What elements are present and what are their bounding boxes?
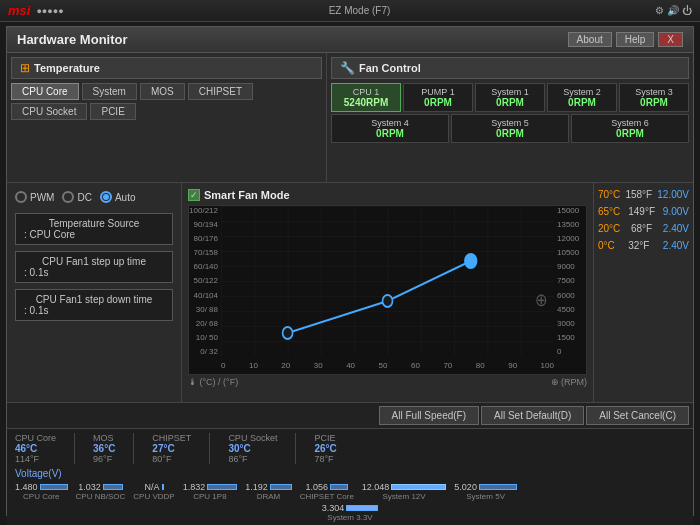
volt-cpu-nb-val: 1.032 — [78, 482, 101, 492]
volt-cpu-nb-name: CPU NB/SOC — [76, 492, 126, 501]
y-label-0: 100/212 — [189, 206, 218, 215]
smart-fan-checkbox[interactable]: ✓ — [188, 189, 200, 201]
sensor-cpu-core-name: CPU Core — [15, 433, 56, 443]
fan-cpu1[interactable]: CPU 1 5240RPM — [331, 83, 401, 112]
fan-grid-row2: System 4 0RPM System 5 0RPM System 6 0RP… — [331, 114, 689, 143]
volt-chipset-core-bar — [330, 484, 348, 490]
bottom-sensor-bar: CPU Core 46°C 114°F MOS 36°C 96°F CHIPSE… — [7, 429, 693, 525]
tab-pcie[interactable]: PCIE — [90, 103, 135, 120]
scale-temp-3: 0°C — [598, 240, 615, 251]
chart-inner[interactable]: ⊕ — [221, 206, 554, 356]
fan-curve-chart[interactable]: ⊕ — [221, 206, 554, 356]
top-section: ⊞ Temperature CPU Core System MOS CHIPSE… — [7, 53, 693, 183]
fan-control-label: Fan Control — [359, 62, 421, 74]
voltage-row: 1.480 CPU Core 1.032 CPU NB/SOC — [15, 482, 685, 501]
volt-cpu-vddp-bar — [162, 484, 164, 490]
sensor-row: CPU Core 46°C 114°F MOS 36°C 96°F CHIPSE… — [15, 433, 685, 464]
step-down-title: CPU Fan1 step down time — [24, 294, 164, 305]
radio-auto[interactable]: Auto — [100, 191, 136, 203]
sensor-cpu-core-c: 46°C — [15, 443, 56, 454]
fan-sys6-value: 0RPM — [576, 128, 684, 139]
top-bar-icons: ⚙ 🔊 ⏻ — [655, 5, 692, 16]
fan-sys4-value: 0RPM — [336, 128, 444, 139]
radio-auto-label: Auto — [115, 192, 136, 203]
y-label-5: 50/122 — [194, 276, 218, 285]
fan-control-panel: 🔧 Fan Control CPU 1 5240RPM PUMP 1 0RPM … — [327, 53, 693, 182]
fan-sys3[interactable]: System 3 0RPM — [619, 83, 689, 112]
fan-pump1[interactable]: PUMP 1 0RPM — [403, 83, 473, 112]
fan-sys5[interactable]: System 5 0RPM — [451, 114, 569, 143]
all-set-cancel-button[interactable]: All Set Cancel(C) — [586, 406, 689, 425]
radio-auto-circle — [100, 191, 112, 203]
x-label-6: 60 — [411, 361, 420, 370]
tab-system[interactable]: System — [82, 83, 137, 100]
left-controls: PWM DC Auto Temperature Source : CPU Cor… — [7, 183, 182, 402]
y-label-8: 20/ 68 — [196, 319, 218, 328]
volt-cpu-vddp-name: CPU VDDP — [133, 492, 174, 501]
radio-dc[interactable]: DC — [62, 191, 91, 203]
volt-sys33v-bar-container: 3.304 — [322, 503, 379, 513]
fan-sys2[interactable]: System 2 0RPM — [547, 83, 617, 112]
x-label-7: 70 — [443, 361, 452, 370]
sensor-mos: MOS 36°C 96°F — [93, 433, 115, 464]
fan-pump1-value: 0RPM — [408, 97, 468, 108]
sensor-chipset-name: CHIPSET — [152, 433, 191, 443]
fan-sys4[interactable]: System 4 0RPM — [331, 114, 449, 143]
y-right-9: 1500 — [557, 333, 575, 342]
right-scale: 70°C 158°F 12.00V 65°C 149°F 9.00V 20°C … — [593, 183, 693, 402]
sensor-mos-name: MOS — [93, 433, 115, 443]
tab-cpu-socket[interactable]: CPU Socket — [11, 103, 87, 120]
close-button[interactable]: X — [658, 32, 683, 47]
x-label-3: 30 — [314, 361, 323, 370]
volt-sys5v-bar — [479, 484, 517, 490]
fan-sys2-value: 0RPM — [552, 97, 612, 108]
tab-chipset[interactable]: CHIPSET — [188, 83, 253, 100]
scale-f-0: 158°F — [625, 189, 652, 200]
fan-sys3-name: System 3 — [624, 87, 684, 97]
step-up-title: CPU Fan1 step up time — [24, 256, 164, 267]
scale-v-2: 2.40V — [663, 223, 689, 234]
chart-point-1[interactable] — [283, 327, 293, 339]
chart-container: 100/212 90/194 80/176 70/158 60/140 50/1… — [188, 205, 587, 375]
top-bar: msi ●●●●● EZ Mode (F7) ⚙ 🔊 ⏻ — [0, 0, 700, 22]
y-label-2: 80/176 — [194, 234, 218, 243]
volt-cpu-core-name: CPU Core — [23, 492, 59, 501]
fan-sys5-value: 0RPM — [456, 128, 564, 139]
fan-sys3-value: 0RPM — [624, 97, 684, 108]
volt-sys5v-name: System 5V — [466, 492, 505, 501]
scale-f-1: 149°F — [628, 206, 655, 217]
fan-sys6[interactable]: System 6 0RPM — [571, 114, 689, 143]
top-bar-left: msi ●●●●● — [8, 3, 64, 18]
volt-sys5v-bar-container: 5.020 — [454, 482, 517, 492]
fan-sys1[interactable]: System 1 0RPM — [475, 83, 545, 112]
window-buttons: About Help X — [568, 32, 683, 47]
app-subtitle: ●●●●● — [36, 6, 63, 16]
chart-point-2[interactable] — [383, 295, 393, 307]
all-full-speed-button[interactable]: All Full Speed(F) — [379, 406, 479, 425]
volt-cpu-1p8: 1.832 CPU 1P8 — [183, 482, 238, 501]
tab-mos[interactable]: MOS — [140, 83, 185, 100]
fan-cpu1-value: 5240RPM — [336, 97, 396, 108]
volt-cpu-core-bar-container: 1.480 — [15, 482, 68, 492]
all-set-default-button[interactable]: All Set Default(D) — [481, 406, 584, 425]
y-right-5: 7500 — [557, 276, 575, 285]
sensor-chipset-f: 80°F — [152, 454, 191, 464]
fan-pump1-name: PUMP 1 — [408, 87, 468, 97]
fan-icon: 🔧 — [340, 61, 355, 75]
tab-cpu-core[interactable]: CPU Core — [11, 83, 79, 100]
volt-sys5v-val: 5.020 — [454, 482, 477, 492]
help-button[interactable]: Help — [616, 32, 655, 47]
volt-dram-bar-container: 1.192 — [245, 482, 292, 492]
radio-pwm[interactable]: PWM — [15, 191, 54, 203]
chart-point-3[interactable] — [465, 254, 477, 268]
scale-v-0: 12.00V — [657, 189, 689, 200]
about-button[interactable]: About — [568, 32, 612, 47]
volt-sys12v-name: System 12V — [383, 492, 426, 501]
sensor-cpu-socket-f: 86°F — [228, 454, 277, 464]
fan-sys4-name: System 4 — [336, 118, 444, 128]
scale-temp-2: 20°C — [598, 223, 620, 234]
main-window: Hardware Monitor About Help X ⊞ Temperat… — [6, 26, 694, 516]
temperature-panel: ⊞ Temperature CPU Core System MOS CHIPSE… — [7, 53, 327, 182]
step-up-box: CPU Fan1 step up time : 0.1s — [15, 251, 173, 283]
scale-row-1: 65°C 149°F 9.00V — [598, 206, 689, 217]
